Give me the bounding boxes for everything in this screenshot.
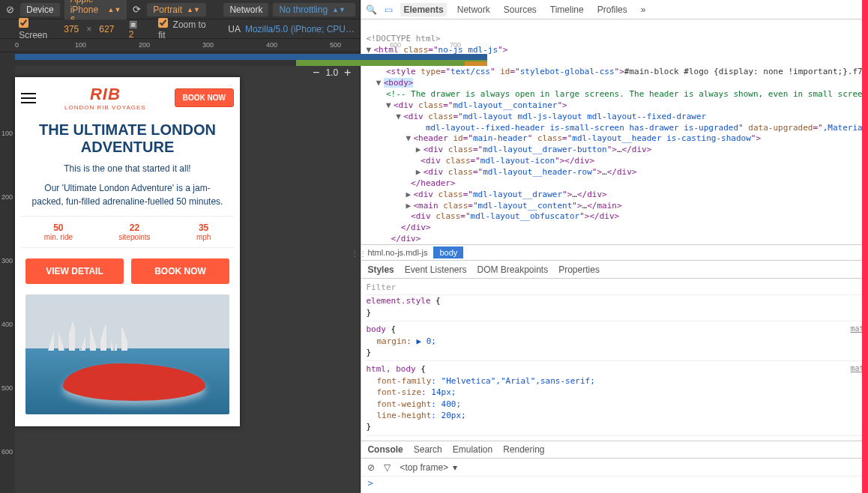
- network-select[interactable]: No throttling ▲▼: [273, 3, 355, 16]
- ruler-vertical: 100 200 300 400 500 600: [0, 66, 15, 493]
- breakpoint-bar[interactable]: [296, 60, 487, 66]
- dpr-toggle[interactable]: ▣ 2: [129, 19, 144, 40]
- drawer-tab-emulation[interactable]: Emulation: [453, 444, 492, 455]
- styles-subtabs: Styles Event Listeners DOM Breakpoints P…: [361, 261, 868, 279]
- device-frame: RIB LONDON RIB VOYAGES BOOK NOW THE ULTI…: [15, 77, 240, 426]
- hamburger-icon[interactable]: [21, 93, 36, 103]
- chevron-icon: ▲▼: [187, 6, 200, 13]
- drawer-tab-console[interactable]: Console: [367, 444, 403, 455]
- inspect-icon[interactable]: 🔍: [366, 4, 377, 15]
- drawer-tab-rendering[interactable]: Rendering: [503, 444, 544, 455]
- device-stage: 100 200 300 400 500 600 − 1.0 + RIB: [0, 66, 360, 493]
- screen-height[interactable]: 627: [99, 24, 114, 34]
- tab-profiles[interactable]: Profiles: [594, 3, 630, 16]
- window-resize-edge: [862, 0, 868, 493]
- drawer-tabs: Console Search Emulation Rendering: [361, 441, 868, 459]
- stat-item: 50min. ride: [44, 223, 73, 241]
- styles-filter[interactable]: Filter: [366, 282, 396, 293]
- book-now-header-button[interactable]: BOOK NOW: [175, 88, 234, 107]
- styles-pane: Filter + 📌 ◆ element.style { } material.…: [361, 279, 868, 441]
- media-query-bars[interactable]: [0, 52, 360, 66]
- devtools-tabs: Elements Network Sources Timeline Profil…: [400, 3, 648, 16]
- filter-icon[interactable]: ▽: [384, 462, 391, 473]
- stats-row: 50min. ride 22sitepoints 35mph: [21, 216, 234, 248]
- clear-console-icon[interactable]: ⊘: [367, 462, 375, 473]
- zoom-value: 1.0: [325, 67, 338, 78]
- tab-sources[interactable]: Sources: [501, 3, 540, 16]
- screen-toggle[interactable]: Screen: [19, 18, 59, 40]
- network-value: No throttling: [279, 4, 328, 15]
- breadcrumb: html.no-js.mdl-js body: [361, 244, 868, 261]
- orientation-value: Portrait: [153, 4, 182, 15]
- ua-value[interactable]: Mozilla/5.0 (iPhone; CPU iP...: [245, 24, 355, 34]
- ua-label: UA: [228, 24, 241, 34]
- subtab-event-listeners[interactable]: Event Listeners: [405, 264, 467, 275]
- tab-timeline[interactable]: Timeline: [547, 3, 587, 16]
- styles-rules[interactable]: Filter + 📌 ◆ element.style { } material.…: [361, 279, 868, 441]
- zoom-in-button[interactable]: +: [344, 66, 351, 79]
- device-mode-pane: ⊘ Device Apple iPhone 6 ▲▼ ⟳ Portrait ▲▼…: [0, 0, 361, 493]
- device-toolbar-row2: Screen 375 × 627 ▣ 2 Zoom to fit UA Mozi…: [0, 19, 360, 39]
- subtab-dom-breakpoints[interactable]: DOM Breakpoints: [477, 264, 548, 275]
- frame-select[interactable]: <top frame> ▾: [400, 462, 457, 473]
- tab-elements[interactable]: Elements: [400, 3, 446, 16]
- device-toolbar-row1: ⊘ Device Apple iPhone 6 ▲▼ ⟳ Portrait ▲▼…: [0, 0, 360, 19]
- resize-handle[interactable]: ⋮⋮: [351, 249, 367, 258]
- orientation-select[interactable]: Portrait ▲▼: [147, 3, 206, 16]
- crumb-body[interactable]: body: [433, 246, 463, 258]
- chevron-icon: ▲▼: [107, 6, 121, 13]
- ruler-horizontal: 0 100 200 300 400 500 600 700: [0, 39, 360, 52]
- view-detail-button[interactable]: VIEW DETAIL: [25, 258, 124, 284]
- cancel-icon[interactable]: ⊘: [4, 4, 16, 15]
- devtools-pane: 🔍 ▭ Elements Network Sources Timeline Pr…: [361, 0, 868, 493]
- console-controls: ⊘ ▽ <top frame> ▾ Preserve log: [361, 459, 868, 477]
- book-now-button[interactable]: BOOK NOW: [131, 258, 229, 284]
- screen-width[interactable]: 375: [64, 24, 79, 34]
- tab-network[interactable]: Network: [454, 3, 493, 16]
- zoom-out-button[interactable]: −: [313, 66, 319, 79]
- devtools-toolbar: 🔍 ▭ Elements Network Sources Timeline Pr…: [361, 0, 868, 19]
- dom-tree[interactable]: <!DOCTYPE html> ▼<html class="no-js mdl-…: [361, 19, 868, 244]
- stat-item: 22sitepoints: [118, 223, 150, 241]
- breakpoint-bar[interactable]: [15, 54, 487, 60]
- stat-item: 35mph: [196, 223, 211, 241]
- subtab-properties[interactable]: Properties: [558, 264, 600, 275]
- zoom-to-fit-toggle[interactable]: Zoom to fit: [158, 18, 212, 40]
- hero-image: [25, 294, 229, 414]
- network-label: Network: [223, 3, 268, 16]
- subtab-styles[interactable]: Styles: [367, 264, 394, 275]
- intro-line: This is the one that started it all!: [31, 162, 223, 175]
- intro-copy: Our 'Ultimate London Adventure' is a jam…: [31, 181, 223, 208]
- device-mode-icon[interactable]: ▭: [385, 4, 393, 15]
- tabs-overflow[interactable]: »: [638, 3, 649, 16]
- chevron-icon: ▲▼: [332, 6, 346, 13]
- drawer-tab-search[interactable]: Search: [414, 444, 442, 455]
- crumb-html[interactable]: html.no-js.mdl-js: [361, 246, 433, 258]
- logo: RIB LONDON RIB VOYAGES: [64, 85, 146, 111]
- breakpoint-bar[interactable]: [465, 61, 487, 66]
- page-title: THE ULTIMATE LONDON ADVENTURE: [27, 121, 228, 156]
- console-prompt[interactable]: >: [361, 477, 868, 493]
- zoom-control: − 1.0 +: [313, 66, 351, 79]
- device-label: Device: [20, 3, 60, 16]
- rotate-icon[interactable]: ⟳: [131, 4, 142, 15]
